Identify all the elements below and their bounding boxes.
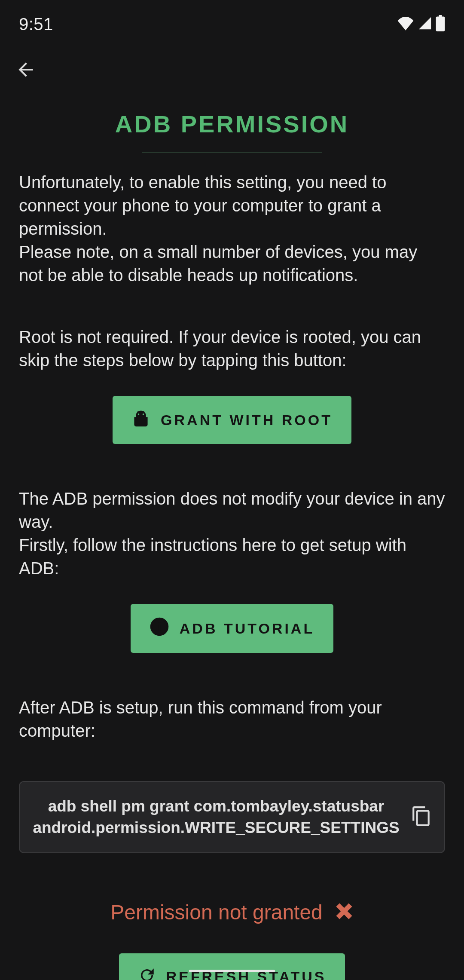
content: ADB PERMISSION Unfortunately, to enable … (0, 89, 464, 980)
signal-icon (418, 16, 432, 32)
root-paragraph: Root is not required. If your device is … (19, 325, 445, 372)
adb-tutorial-label: ADB TUTORIAL (180, 620, 314, 637)
refresh-status-button[interactable]: REFRESH STATUS (119, 953, 345, 980)
info-icon (150, 617, 169, 640)
adb-tutorial-button[interactable]: ADB TUTORIAL (131, 604, 333, 653)
status-bar: 9:51 (0, 0, 464, 38)
close-icon (335, 902, 354, 922)
svg-point-4 (159, 622, 161, 624)
arrow-left-icon (15, 59, 37, 82)
page-title: ADB PERMISSION (19, 110, 445, 138)
grant-with-root-label: GRANT WITH ROOT (161, 412, 333, 429)
android-icon (131, 409, 150, 431)
status-icons (397, 15, 445, 33)
intro-paragraph-1: Unfortunately, to enable this setting, y… (19, 171, 445, 240)
adb-paragraph-1: The ADB permission does not modify your … (19, 487, 445, 533)
copy-icon (411, 821, 432, 828)
back-button[interactable] (12, 57, 40, 84)
intro-paragraph-2: Please note, on a small number of device… (19, 240, 445, 287)
app-bar (0, 38, 464, 89)
svg-point-1 (143, 413, 144, 415)
wifi-icon (397, 16, 414, 32)
refresh-icon (138, 966, 156, 980)
copy-command-button[interactable] (411, 805, 432, 829)
title-divider (142, 152, 322, 153)
battery-icon (436, 15, 445, 33)
svg-point-0 (138, 413, 140, 415)
status-time: 9:51 (19, 15, 53, 34)
after-adb-paragraph: After ADB is setup, run this command fro… (19, 696, 445, 742)
nav-indicator (189, 970, 275, 972)
adb-paragraph-2: Firstly, follow the instructions here to… (19, 533, 445, 580)
permission-status-text: Permission not granted (110, 900, 323, 924)
adb-command-text: adb shell pm grant com.tombayley.statusb… (32, 796, 400, 839)
adb-command-box: adb shell pm grant com.tombayley.statusb… (19, 781, 445, 853)
permission-status-row: Permission not granted (19, 900, 445, 924)
grant-with-root-button[interactable]: GRANT WITH ROOT (113, 396, 351, 444)
